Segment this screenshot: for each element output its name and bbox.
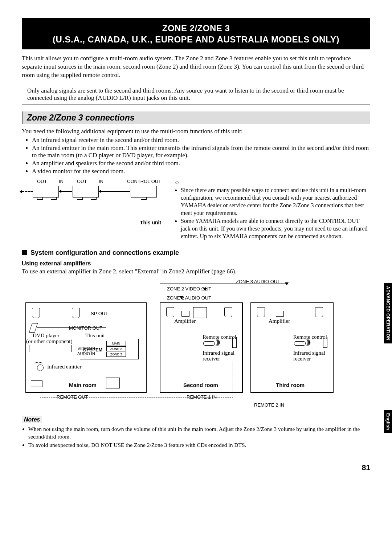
label-remote-out: REMOTE OUT	[57, 394, 88, 400]
label-amplifier: Amplifier	[174, 318, 196, 324]
speaker-icon	[315, 307, 323, 317]
speaker-icon	[224, 307, 232, 317]
ir-receiver-icon	[323, 337, 327, 348]
section-heading-connections: Zone 2/Zone 3 connections	[22, 111, 370, 124]
title-line1: ZONE 2/ZONE 3	[25, 23, 367, 34]
side-tab-advanced: ADVANCED OPERATION	[384, 283, 392, 343]
ir-receiver-icon	[232, 337, 237, 348]
config-example-heading: System configuration and connections exa…	[22, 249, 370, 257]
ir-waves-icon: ))))	[306, 338, 309, 346]
cable-dash-box	[40, 361, 233, 398]
remote-icon	[203, 341, 215, 346]
label-control-out: CONTROL OUT	[127, 179, 161, 184]
label-receiver: receiver	[293, 356, 311, 362]
btn-zone2: ZONE 2	[106, 346, 126, 351]
using-external-amps: Using external amplifiers	[22, 260, 370, 267]
equip-item: A video monitor for the second room.	[32, 168, 370, 175]
label-or-other: (or other component)	[26, 338, 72, 345]
ir-waves-icon: ))))	[216, 338, 219, 346]
page-title-bar: ZONE 2/ZONE 3 (U.S.A., CANADA, U.K., EUR…	[22, 18, 370, 49]
label-sp-out: SP OUT	[91, 311, 108, 316]
label-in: IN	[99, 179, 103, 184]
label-monitor-out: MONITOR OUT	[69, 325, 102, 331]
amp-icon	[276, 311, 284, 317]
equip-item: An infrared signal receiver in the secon…	[32, 137, 370, 144]
equipment-intro: You need the following additional equipm…	[22, 128, 370, 135]
speaker-icon	[257, 307, 265, 317]
label-audio-in: AUDIO IN	[73, 351, 95, 356]
page-number: 81	[22, 463, 370, 472]
tip-item: Since there are many possible ways to co…	[181, 187, 370, 217]
tv-icon	[193, 307, 207, 318]
system-diagram: ZONE 3 AUDIO OUT ZONE 2 VIDEO OUT ZONE 2…	[22, 279, 370, 410]
label-ir-signal: Infrared signal	[293, 350, 325, 356]
tip-item: Some YAMAHA models are able to connect d…	[181, 217, 370, 240]
notes-label: Notes	[22, 416, 42, 423]
tips-column: ☼ Since there are many possible ways to …	[174, 179, 370, 241]
equip-item: An infrared emitter in the main room. Th…	[32, 144, 370, 159]
label-out: OUT	[77, 179, 87, 184]
chain-diagram: OUT IN OUT IN CONTROL OUT This unit	[22, 179, 167, 241]
config-example-text: To use an external amplifier in Zone 2, …	[22, 268, 370, 276]
equipment-list: An infrared signal receiver in the secon…	[22, 137, 370, 175]
label-video-in: VIDEO IN	[73, 346, 95, 351]
label-amplifier: Amplifier	[269, 318, 290, 324]
dvd-box	[29, 345, 72, 352]
title-line2: (U.S.A., CANADA, U.K., EUROPE AND AUSTRA…	[25, 34, 367, 45]
amp-icon	[181, 311, 189, 317]
remote-icon	[294, 341, 306, 346]
config-example-heading-text: System configuration and connections exa…	[30, 249, 179, 256]
label-remote-control: Remote control	[293, 334, 327, 340]
label-dvd-player: DVD player	[33, 333, 60, 339]
label-remote-2-in: REMOTE 2 IN	[254, 402, 284, 408]
btn-zone3: ZONE 3	[106, 352, 126, 357]
label-remote-1-in: REMOTE 1 IN	[187, 394, 217, 400]
label-this-unit: This unit	[85, 333, 105, 339]
intro-paragraph: This unit allows you to configure a mult…	[22, 54, 370, 80]
equip-item: An amplifier and speakers for the second…	[32, 160, 370, 167]
label-in: IN	[59, 179, 64, 184]
info-box: Only analog signals are sent to the seco…	[22, 84, 370, 105]
tip-icon: ☼	[174, 179, 370, 185]
speaker-icon	[166, 307, 174, 317]
square-bullet-icon	[22, 250, 27, 255]
note-item: When not using the main room, turn down …	[28, 425, 370, 441]
note-item: To avoid unexpected noise, DO NOT USE th…	[28, 441, 370, 449]
speaker-icon	[32, 308, 40, 318]
label-third-room: Third room	[276, 382, 305, 388]
label-out: OUT	[37, 179, 47, 184]
this-unit-label: This unit	[134, 220, 167, 225]
label-remote-control: Remote control	[203, 334, 236, 340]
side-tab-english: English	[384, 410, 392, 433]
label-ir-signal: Infrared signal	[203, 350, 234, 356]
btn-main: MAIN	[106, 341, 126, 346]
notes-list: When not using the main room, turn down …	[22, 425, 370, 449]
